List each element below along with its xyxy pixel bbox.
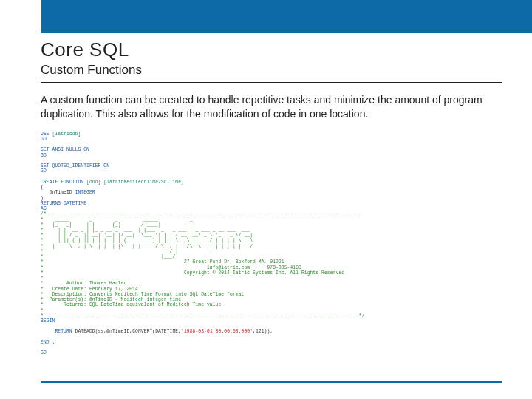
page-title: Core SQL — [41, 38, 502, 61]
title-underline — [41, 82, 502, 83]
slide-content: Core SQL Custom Functions A custom funct… — [41, 38, 502, 356]
page-subtitle: Custom Functions — [41, 63, 502, 78]
body-paragraph: A custom function can be created to hand… — [41, 93, 502, 121]
footer-rule — [41, 381, 502, 383]
code-block: USE [Iatricdb] GO SET ANSI_NULLS ON GO S… — [41, 132, 502, 356]
header-band — [41, 0, 532, 33]
